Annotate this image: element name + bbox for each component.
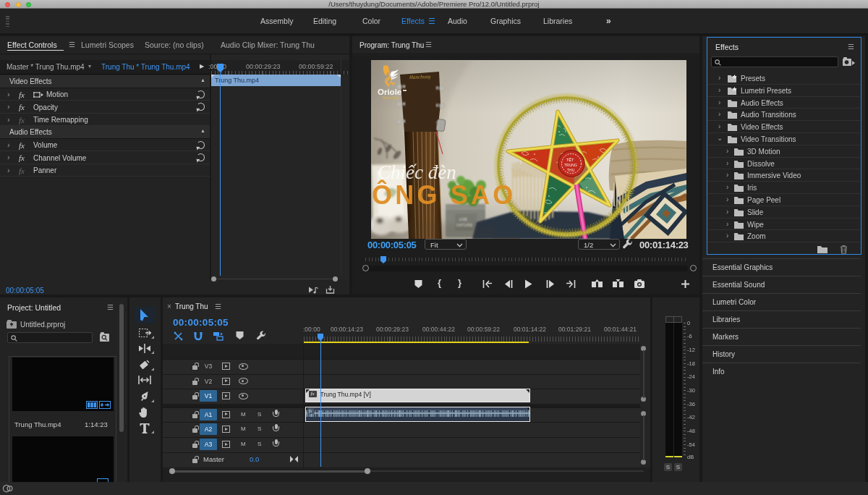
svg-text:ÔNG SAO: ÔNG SAO: [372, 179, 516, 210]
svg-text:THU: THU: [567, 168, 575, 172]
svg-text:TẾT: TẾT: [566, 158, 574, 162]
svg-text:Music Club: Music Club: [383, 96, 399, 100]
svg-text:LIVE: LIVE: [459, 217, 468, 221]
svg-text:Oriole: Oriole: [378, 88, 401, 96]
svg-text:Hanchung: Hanchung: [409, 74, 431, 80]
svg-text:TRUNG: TRUNG: [564, 163, 577, 167]
